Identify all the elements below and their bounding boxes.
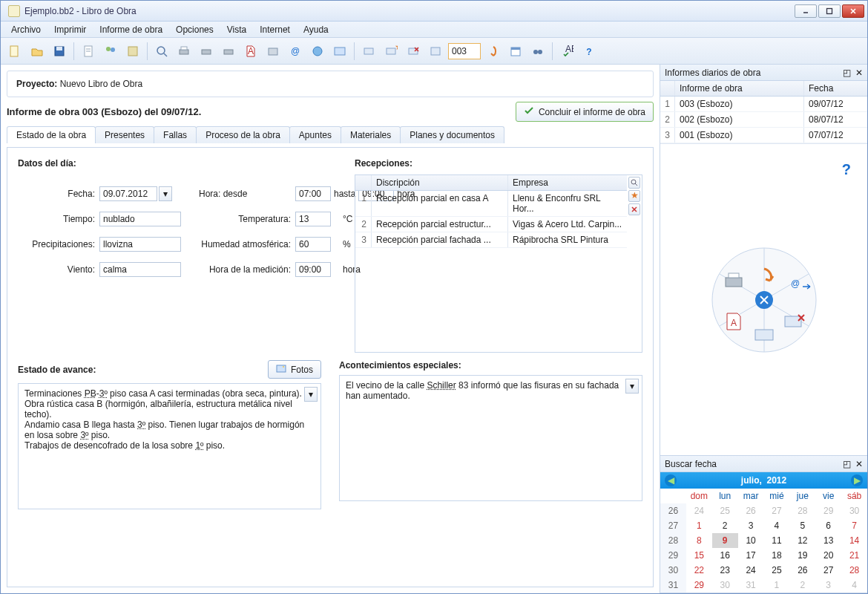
cal-day[interactable]: 2 xyxy=(712,518,738,533)
recep-zoom-icon[interactable] xyxy=(628,177,640,189)
cal-day[interactable]: 6 xyxy=(815,518,841,533)
calendar-icon[interactable] xyxy=(506,42,525,61)
viento-input[interactable] xyxy=(99,262,181,277)
cal-day[interactable]: 17 xyxy=(738,548,764,563)
recep-add-icon[interactable]: ★ xyxy=(628,190,640,202)
cal-day[interactable]: 29 xyxy=(686,578,712,593)
pane2-undock-icon[interactable]: ◰ xyxy=(843,459,851,469)
conclude-button[interactable]: Concluir el informe de obra xyxy=(516,102,654,122)
cal-day[interactable]: 4 xyxy=(841,578,867,593)
pane-close-icon[interactable]: ✕ xyxy=(855,68,863,78)
menu-informe[interactable]: Informe de obra xyxy=(93,23,168,36)
tab-proceso[interactable]: Proceso de la obra xyxy=(196,126,290,143)
cal-day[interactable]: 31 xyxy=(738,578,764,593)
report-row[interactable]: 3001 (Esbozo)07/07/12 xyxy=(660,128,867,143)
cal-day[interactable]: 28 xyxy=(789,503,815,518)
avance-textarea[interactable]: ▾ Terminaciones PB-3º piso casa A casi t… xyxy=(18,383,321,509)
people-icon[interactable] xyxy=(101,42,120,61)
form-add-icon[interactable]: ★ xyxy=(381,42,401,61)
help-icon[interactable]: ? xyxy=(579,42,599,61)
recep-delete-icon[interactable] xyxy=(628,203,640,215)
new-icon[interactable] xyxy=(5,42,24,61)
print-icon[interactable] xyxy=(174,42,194,61)
pdf-icon[interactable]: A xyxy=(241,42,260,61)
menu-archivo[interactable]: Archivo xyxy=(5,23,47,36)
cal-day[interactable]: 18 xyxy=(764,548,790,563)
cal-day[interactable]: 21 xyxy=(841,548,867,563)
cal-day[interactable]: 20 xyxy=(815,548,841,563)
fecha-dropdown-icon[interactable]: ▾ xyxy=(159,186,172,201)
report-icon[interactable] xyxy=(79,42,98,61)
goto-icon[interactable] xyxy=(484,42,503,61)
close-button[interactable] xyxy=(842,4,864,18)
cal-day[interactable]: 22 xyxy=(686,563,712,578)
image-icon[interactable] xyxy=(330,42,349,61)
addresses-icon[interactable] xyxy=(123,42,142,61)
cal-day[interactable]: 1 xyxy=(764,578,790,593)
cal-day[interactable]: 8 xyxy=(686,533,712,548)
form-list-icon[interactable] xyxy=(426,42,445,61)
tab-apuntes[interactable]: Apuntes xyxy=(289,126,341,143)
cal-prev-icon[interactable]: ◀ xyxy=(665,474,677,486)
menu-vista[interactable]: Vista xyxy=(221,23,252,36)
minimize-button[interactable] xyxy=(795,4,817,18)
especiales-textarea[interactable]: ▾ El vecino de la calle Schiller 83 info… xyxy=(339,375,642,501)
menu-ayuda[interactable]: Ayuda xyxy=(297,23,335,36)
reports-col2[interactable]: Fecha xyxy=(804,81,867,96)
cal-day[interactable]: 3 xyxy=(738,518,764,533)
cal-day[interactable]: 25 xyxy=(764,563,790,578)
cal-day[interactable]: 15 xyxy=(686,548,712,563)
wheel-form-del-icon[interactable] xyxy=(785,315,804,327)
cal-day[interactable]: 26 xyxy=(738,503,764,518)
cal-day[interactable]: 14 xyxy=(841,533,867,548)
hora-desde-input[interactable] xyxy=(295,186,331,201)
save-icon[interactable] xyxy=(50,42,69,61)
cal-day[interactable]: 11 xyxy=(764,533,790,548)
cal-day[interactable]: 7 xyxy=(841,518,867,533)
print2-icon[interactable] xyxy=(197,42,216,61)
wheel-form-icon[interactable] xyxy=(755,330,773,340)
tab-planes[interactable]: Planes y documentos xyxy=(400,126,504,143)
especiales-dropdown-icon[interactable]: ▾ xyxy=(625,379,639,394)
cal-day[interactable]: 25 xyxy=(712,503,738,518)
cal-day[interactable]: 1 xyxy=(686,518,712,533)
email-icon[interactable]: @ xyxy=(286,42,305,61)
web-icon[interactable] xyxy=(308,42,327,61)
fax-icon[interactable] xyxy=(263,42,283,61)
avance-dropdown-icon[interactable]: ▾ xyxy=(304,387,318,402)
reports-col1[interactable]: Informe de obra xyxy=(675,81,804,96)
cal-day[interactable]: 29 xyxy=(815,503,841,518)
cal-day[interactable]: 12 xyxy=(789,533,815,548)
cal-day[interactable]: 23 xyxy=(712,563,738,578)
tab-fallas[interactable]: Fallas xyxy=(154,126,197,143)
form-delete-icon[interactable] xyxy=(404,42,423,61)
cal-day[interactable]: 30 xyxy=(841,503,867,518)
recepcion-row[interactable]: 2Recepción parcial estructur...Vigas & A… xyxy=(355,217,627,232)
cal-month[interactable]: julio, xyxy=(741,475,762,486)
cal-day[interactable]: 16 xyxy=(712,548,738,563)
cal-day[interactable]: 5 xyxy=(789,518,815,533)
cal-day[interactable]: 3 xyxy=(815,578,841,593)
report-row[interactable]: 1003 (Esbozo)09/07/12 xyxy=(660,97,867,112)
cal-day[interactable]: 2 xyxy=(789,578,815,593)
fecha-input[interactable] xyxy=(99,186,157,201)
print3-icon[interactable] xyxy=(219,42,238,61)
recepcion-row[interactable]: 3Recepción parcial fachada ...Rápibrocha… xyxy=(355,232,627,248)
precip-input[interactable] xyxy=(99,237,181,252)
cal-day[interactable]: 27 xyxy=(815,563,841,578)
recepcion-row[interactable]: 1Recepción parcial en casa ALlenu & Enco… xyxy=(355,191,627,217)
open-icon[interactable] xyxy=(27,42,47,61)
cal-day[interactable]: 10 xyxy=(738,533,764,548)
tab-presentes[interactable]: Presentes xyxy=(95,126,154,143)
med-input[interactable] xyxy=(295,262,331,277)
hum-input[interactable] xyxy=(295,237,331,252)
cal-day[interactable]: 30 xyxy=(712,578,738,593)
cal-day[interactable]: 28 xyxy=(841,563,867,578)
temp-input[interactable] xyxy=(295,212,331,226)
cal-day[interactable]: 13 xyxy=(815,533,841,548)
maximize-button[interactable] xyxy=(818,4,841,18)
form-icon[interactable] xyxy=(359,42,378,61)
spellcheck-icon[interactable]: ABC xyxy=(557,42,576,61)
report-row[interactable]: 2002 (Esbozo)08/07/12 xyxy=(660,112,867,128)
recepciones-col2[interactable]: Empresa xyxy=(508,175,627,190)
